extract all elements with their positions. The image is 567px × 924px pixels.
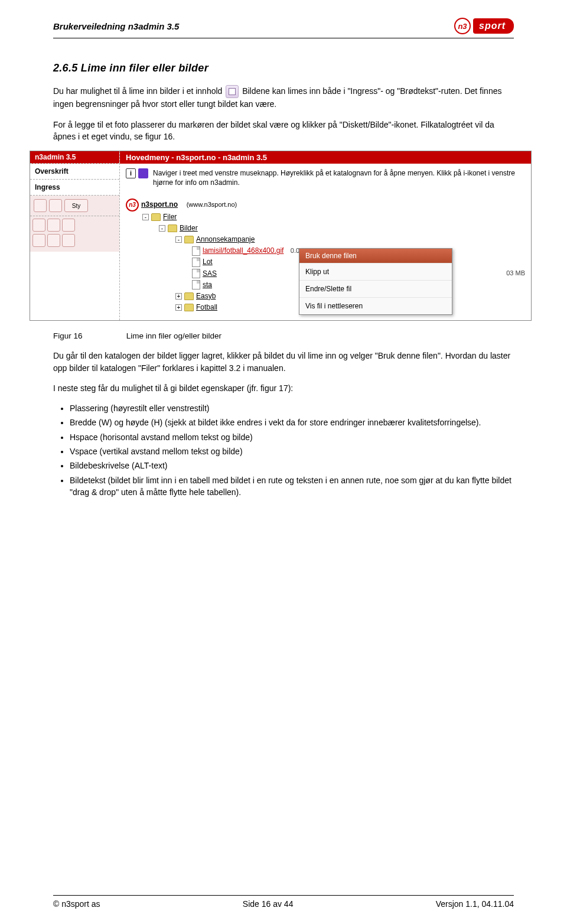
align-left-icon[interactable] <box>32 219 45 232</box>
page-footer: © n3sport as Side 16 av 44 Versjon 1.1, … <box>53 895 514 909</box>
book-icon[interactable] <box>138 168 148 178</box>
section-heading: 2.6.5 Lime inn filer eller bilder <box>53 62 514 74</box>
tree-root-url: (www.n3sport.no) <box>187 200 237 210</box>
folder-icon <box>151 213 161 221</box>
bullet-5: Bildebeskrivelse (ALT-text) <box>70 460 514 471</box>
n3-root-icon: n3 <box>126 199 139 212</box>
bullet-4: Vspace (vertikal avstand mellom tekst og… <box>70 445 514 457</box>
paragraph-1: Du har mulighet til å lime inn bilder i … <box>53 85 514 110</box>
context-menu: Bruk denne filen Klipp ut Endre/Slette f… <box>299 248 452 315</box>
file-icon <box>192 258 200 267</box>
footer-left: © n3sport as <box>53 899 100 909</box>
figure-caption: Figur 16 Lime inn filer og/eller bilder <box>53 331 514 340</box>
expander-plus-icon[interactable]: + <box>175 304 182 311</box>
tree-filer[interactable]: - Filer <box>126 212 525 223</box>
para-after-2: I neste steg får du mulighet til å gi bi… <box>53 382 514 394</box>
sidebar-ingress: Ingress <box>30 180 119 196</box>
expander-minus-icon[interactable]: - <box>159 225 165 232</box>
footer-right: Versjon 1.1, 04.11.04 <box>436 899 514 909</box>
toolbar-row-1: Sty <box>30 196 119 216</box>
brand-logo: n3 sport <box>454 18 514 34</box>
cm-cut[interactable]: Klipp ut <box>299 263 452 280</box>
cm-view-browser[interactable]: Vis fil i nettleseren <box>299 297 452 314</box>
bullet-list: Plassering (høyrestilt eller venstrestil… <box>53 402 514 498</box>
figure-number: Figur 16 <box>53 331 124 340</box>
cm-use-file[interactable]: Bruk denne filen <box>299 249 452 263</box>
file-icon <box>192 269 200 278</box>
footer-center: Side 16 av 44 <box>243 899 294 909</box>
align-right-icon[interactable] <box>62 219 75 232</box>
list-ol-icon[interactable] <box>32 234 45 247</box>
folder-icon <box>168 225 177 232</box>
bullet-3: Hspace (horisontal avstand mellom tekst … <box>70 431 514 443</box>
toolbar-row-2 <box>32 219 117 232</box>
toolbar-doc-icon[interactable] <box>34 199 47 212</box>
paragraph-2: For å legge til et foto plasserer du mar… <box>53 119 514 143</box>
figure-caption-text: Lime inn filer og/eller bilder <box>126 331 221 340</box>
expander-minus-icon[interactable]: - <box>175 236 182 243</box>
expander-minus-icon[interactable]: - <box>142 214 149 220</box>
folder-icon <box>184 304 194 311</box>
bullet-6: Bildetekst (bildet blir limt inn i en ta… <box>70 474 514 499</box>
cm-edit-delete[interactable]: Endre/Slette fil <box>299 280 452 297</box>
folder-icon <box>184 292 194 300</box>
doc-title: Brukerveiledning n3admin 3.5 <box>53 21 179 31</box>
tree-bilder[interactable]: - Bilder <box>126 223 525 234</box>
page-header: Brukerveiledning n3admin 3.5 n3 sport <box>53 18 514 38</box>
file-icon <box>192 280 200 289</box>
main-title: Hovedmeny - n3sport.no - n3admin 3.5 <box>120 151 531 164</box>
align-center-icon[interactable] <box>47 219 60 232</box>
bullet-2: Bredde (W) og høyde (H) (sjekk at bildet… <box>70 417 514 428</box>
screenshot-figure-16: n3admin 3.5 Overskrift Ingress Sty <box>30 151 532 321</box>
main-help-row: i Naviger i treet med venstre museknapp.… <box>120 164 531 196</box>
tree-annonse[interactable]: - Annonsekampanje <box>126 234 525 245</box>
help-text: Naviger i treet med venstre museknapp. H… <box>153 168 525 187</box>
bullet-1: Plassering (høyrestilt eller venstrestil… <box>70 402 514 414</box>
toolbar-style-button[interactable]: Sty <box>64 199 88 212</box>
para-after-1: Du går til den katalogen der bildet ligg… <box>53 350 514 374</box>
editor-sidebar: n3admin 3.5 Overskrift Ingress Sty <box>30 151 120 320</box>
list-indent-icon[interactable] <box>62 234 75 247</box>
toolbar-row-3 <box>32 234 117 247</box>
paragraph-1a: Du har mulighet til å lime inn bilder i … <box>53 86 222 96</box>
expander-plus-icon[interactable]: + <box>175 293 182 300</box>
tree-root[interactable]: n3 n3sport.no (www.n3sport.no) <box>126 199 525 212</box>
logo-n3-icon: n3 <box>454 18 471 34</box>
file-icon <box>192 246 200 256</box>
diskett-bilde-icon <box>226 85 239 98</box>
info-icon[interactable]: i <box>126 168 136 178</box>
sidebar-overskrift: Overskrift <box>30 164 119 180</box>
list-ul-icon[interactable] <box>47 234 60 247</box>
folder-icon <box>184 236 194 243</box>
tree-root-label: n3sport.no <box>141 199 178 210</box>
sidebar-version: n3admin 3.5 <box>30 151 119 164</box>
logo-sport-text: sport <box>473 18 514 34</box>
toolbar-preview-icon[interactable] <box>49 199 62 212</box>
